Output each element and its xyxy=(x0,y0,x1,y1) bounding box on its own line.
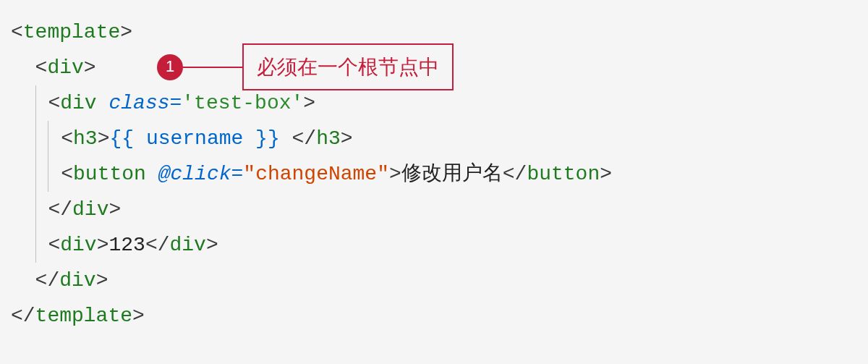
code-line-5: <button @click="changeName">修改用户名</butto… xyxy=(11,156,857,192)
attr-name: class xyxy=(109,85,169,121)
annotation-text: 必须在一个根节点中 xyxy=(242,43,454,90)
bracket: </ xyxy=(11,298,35,334)
quote: ' xyxy=(292,85,304,121)
tag-name: template xyxy=(23,14,120,50)
bracket: > xyxy=(84,50,96,85)
bracket: < xyxy=(61,156,73,192)
tag-name: div xyxy=(170,227,206,263)
bracket: > xyxy=(120,14,132,50)
mustache-expr: {{ username }} xyxy=(109,121,279,156)
space xyxy=(146,156,158,192)
code-line-6: </div> xyxy=(11,192,857,227)
equals: = xyxy=(169,85,182,121)
bracket: </ xyxy=(35,263,60,298)
bracket: < xyxy=(48,85,60,121)
quote: " xyxy=(377,156,389,192)
annotation-callout: 1 必须在一个根节点中 xyxy=(157,43,454,90)
annotation-connector xyxy=(183,67,242,68)
code-line-9: </template> xyxy=(11,298,857,334)
bracket: > xyxy=(97,227,109,263)
bracket: </ xyxy=(48,192,72,227)
annotation-badge: 1 xyxy=(157,54,183,80)
tag-name: div xyxy=(60,227,96,263)
tag-name: div xyxy=(60,85,96,121)
tag-name: div xyxy=(59,263,95,298)
attr-value: test-box xyxy=(194,85,291,121)
text-content: 修改用户名 xyxy=(401,156,503,192)
bracket: </ xyxy=(145,227,170,263)
tag-name: div xyxy=(47,50,83,85)
attr-name: @click xyxy=(158,156,231,192)
bracket: < xyxy=(11,14,23,50)
bracket: > xyxy=(98,121,110,156)
equals: = xyxy=(231,156,244,192)
text-content: 123 xyxy=(109,227,145,263)
code-line-7: <div>123</div> xyxy=(11,227,857,263)
tag-name: h3 xyxy=(73,121,98,156)
bracket: > xyxy=(303,85,315,121)
bracket: </ xyxy=(503,156,527,192)
tag-name: div xyxy=(72,192,109,227)
attr-value: changeName xyxy=(255,156,377,192)
bracket: > xyxy=(109,192,121,227)
bracket: < xyxy=(61,121,73,156)
tag-name: button xyxy=(527,156,600,192)
code-block: 1 必须在一个根节点中 <template> <div> <div class=… xyxy=(11,14,857,334)
quote: " xyxy=(243,156,255,192)
tag-name: button xyxy=(73,156,146,192)
tag-name: template xyxy=(35,298,132,334)
quote: ' xyxy=(182,85,194,121)
space xyxy=(97,85,109,121)
bracket: > xyxy=(96,263,109,298)
code-line-8: </div> xyxy=(11,263,857,298)
code-line-4: <h3>{{ username }} </h3> xyxy=(11,121,857,156)
bracket: < xyxy=(48,227,60,263)
code-line-3: <div class='test-box'> xyxy=(11,85,857,121)
bracket: > xyxy=(389,156,401,192)
bracket: > xyxy=(206,227,218,263)
bracket: < xyxy=(35,50,48,85)
tag-name: h3 xyxy=(316,121,341,156)
bracket: > xyxy=(600,156,612,192)
bracket: </ xyxy=(292,121,317,156)
bracket: > xyxy=(132,298,145,334)
bracket: > xyxy=(341,121,353,156)
space xyxy=(280,121,292,156)
